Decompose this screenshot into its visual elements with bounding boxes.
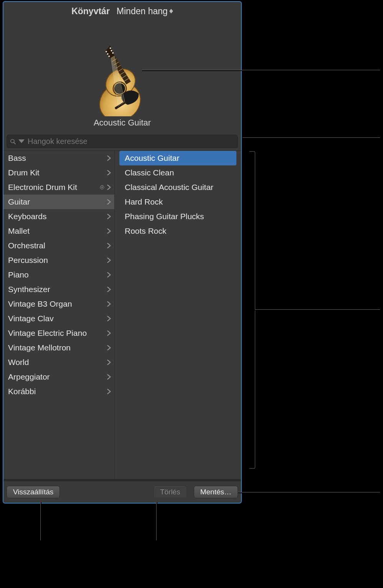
chevron-right-icon (107, 374, 111, 380)
search-input[interactable] (27, 137, 234, 146)
acoustic-guitar-icon (84, 34, 161, 116)
download-icon[interactable] (100, 185, 104, 190)
callout-line (238, 492, 380, 493)
delete-button[interactable]: Törlés (154, 486, 187, 498)
sound-filter-label: Minden hang (117, 6, 168, 17)
category-row[interactable]: Electronic Drum Kit (3, 180, 114, 195)
callout-line (255, 309, 380, 311)
chevron-right-icon (107, 170, 111, 175)
chevron-right-icon (107, 389, 111, 394)
callout-line (243, 137, 380, 139)
search-icon (10, 139, 16, 145)
chevron-right-icon (107, 243, 111, 248)
category-row[interactable]: Bass (3, 151, 114, 165)
category-label: Vintage Clav (8, 314, 107, 323)
chevron-right-icon (107, 228, 111, 234)
preset-row[interactable]: Hard Rock (119, 195, 236, 209)
category-label: Keyboards (8, 212, 107, 221)
search-wrap (3, 132, 241, 150)
category-row[interactable]: Keyboards (3, 209, 114, 224)
revert-button[interactable]: Visszaállítás (7, 486, 60, 498)
category-row[interactable]: Synthesizer (3, 282, 114, 297)
instrument-preview: Acoustic Guitar (3, 20, 241, 132)
chevron-right-icon (107, 199, 111, 205)
category-row[interactable]: Percussion (3, 253, 114, 268)
chevron-right-icon (107, 330, 111, 336)
chevron-right-icon (107, 301, 111, 307)
category-row[interactable]: Drum Kit (3, 165, 114, 180)
category-row[interactable]: World (3, 355, 114, 370)
category-label: Arpeggiator (8, 372, 107, 382)
category-column[interactable]: BassDrum KitElectronic Drum KitGuitarKey… (3, 151, 115, 481)
callout-line (156, 502, 157, 540)
category-label: Guitar (8, 197, 107, 206)
category-row[interactable]: Vintage Electric Piano (3, 326, 114, 340)
category-label: Vintage Electric Piano (8, 329, 107, 338)
category-label: Synthesizer (8, 285, 107, 294)
category-row[interactable]: Vintage Mellotron (3, 340, 114, 355)
category-row[interactable]: Orchestral (3, 238, 114, 253)
search-options-chevron-icon[interactable] (18, 138, 25, 145)
instrument-name-label: Acoustic Guitar (94, 118, 151, 128)
action-right-group: Törlés Mentés… (154, 486, 238, 498)
category-label: Korábbi (8, 387, 107, 396)
library-header: Könyvtár Minden hang (3, 2, 241, 20)
category-row[interactable]: Arpeggiator (3, 370, 114, 384)
library-panel: Könyvtár Minden hang (3, 1, 242, 504)
category-label: Mallet (8, 226, 107, 236)
category-row[interactable]: Guitar (3, 195, 114, 209)
category-label: World (8, 358, 107, 367)
chevron-right-icon (107, 345, 111, 350)
callout-line (142, 70, 380, 71)
chevron-right-icon (107, 185, 111, 190)
preset-row[interactable]: Classical Acoustic Guitar (119, 180, 236, 195)
library-title: Könyvtár (71, 6, 110, 17)
category-label: Drum Kit (8, 168, 107, 177)
callout-bracket (249, 151, 255, 469)
save-button[interactable]: Mentés… (194, 486, 238, 498)
preset-row[interactable]: Roots Rock (119, 224, 236, 238)
preset-column[interactable]: Acoustic GuitarClassic CleanClassical Ac… (115, 151, 241, 481)
chevron-right-icon (107, 258, 111, 263)
action-bar: Visszaállítás Törlés Mentés… (3, 481, 241, 503)
category-label: Vintage Mellotron (8, 343, 107, 352)
svg-line-26 (14, 142, 15, 144)
category-row[interactable]: Vintage Clav (3, 311, 114, 326)
preset-row[interactable]: Phasing Guitar Plucks (119, 209, 236, 224)
category-label: Vintage B3 Organ (8, 299, 107, 309)
category-label: Bass (8, 154, 107, 163)
category-row[interactable]: Korábbi (3, 384, 114, 399)
browser-lists: BassDrum KitElectronic Drum KitGuitarKey… (3, 150, 241, 481)
chevron-right-icon (107, 287, 111, 292)
category-label: Percussion (8, 256, 107, 265)
preset-row[interactable]: Acoustic Guitar (119, 151, 236, 165)
search-field[interactable] (7, 135, 238, 148)
category-label: Piano (8, 270, 107, 279)
category-label: Orchestral (8, 241, 107, 250)
category-row[interactable]: Vintage B3 Organ (3, 297, 114, 311)
category-row[interactable]: Piano (3, 268, 114, 282)
chevron-right-icon (107, 272, 111, 277)
updown-chevron-icon (169, 9, 173, 13)
chevron-right-icon (107, 360, 111, 365)
category-row[interactable]: Mallet (3, 224, 114, 238)
category-label: Electronic Drum Kit (8, 183, 100, 192)
sound-filter-dropdown[interactable]: Minden hang (117, 6, 173, 17)
callout-line (40, 502, 41, 540)
chevron-right-icon (107, 316, 111, 321)
chevron-right-icon (107, 155, 111, 161)
preset-row[interactable]: Classic Clean (119, 165, 236, 180)
chevron-right-icon (107, 214, 111, 219)
